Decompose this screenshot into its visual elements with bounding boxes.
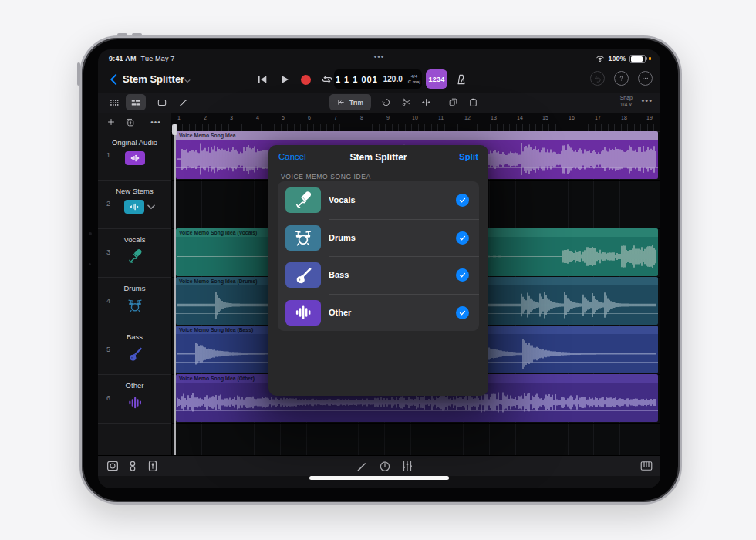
bass-guitar-icon [127,346,143,363]
stem-label: Other [329,308,351,317]
trim-icon [337,98,346,106]
toolbar-more-button[interactable]: ••• [641,96,653,105]
drum-kit-icon [293,228,313,248]
bottom-toolbar [98,455,660,476]
title-chevron-down-icon[interactable] [183,77,192,85]
snap-setting[interactable]: Snap 1/4 ˅ [620,94,633,108]
stem-row-bass[interactable]: Bass [278,256,479,294]
duplicate-icon [125,117,135,127]
bar-number: 2 [204,115,207,120]
playhead-line[interactable] [174,124,176,455]
count-in-button[interactable]: 1234 [426,69,447,89]
plugins-icon[interactable] [126,459,140,473]
track-name: New Stems [98,187,171,195]
window-options-button[interactable] [638,71,653,86]
multitasking-dots[interactable]: ••• [98,52,660,61]
track-name: Drums [98,284,171,292]
track-header-drums[interactable]: 4 Drums [98,277,171,326]
bar-number: 4 [256,115,259,120]
stem-row-vocals[interactable]: Vocals [278,181,479,219]
stems-chevron-down-icon[interactable] [146,201,157,212]
split-tool-button[interactable] [416,94,436,110]
bar-number: 14 [517,115,523,120]
bar-number: 6 [308,115,311,120]
paste-icon [468,97,478,107]
split-button[interactable]: Split [459,152,478,161]
back-chevron-icon[interactable] [107,72,121,87]
pencil-tool-icon[interactable] [355,459,369,473]
piano-keyboard-icon[interactable] [640,459,653,473]
title-bar: Stem Splitter 1 1 1 001 120.0 4/4C maj 1… [98,66,660,93]
region-label: Voice Memo Song Idea (Vocals) [179,230,257,235]
home-indicator[interactable] [309,476,449,480]
view-grid-button[interactable] [104,94,124,110]
view-tracks-button[interactable] [126,94,146,110]
bar-number: 9 [386,115,390,120]
go-to-beginning-button[interactable] [256,73,268,86]
vocals-checkbox[interactable] [456,194,469,207]
metronome-button[interactable] [451,69,471,89]
bar-number: 16 [569,115,575,120]
snap-value: 1/4 [620,102,628,107]
bar-number: 7 [334,115,337,120]
ellipsis-icon [641,74,650,83]
battery-icon [629,55,646,63]
stem-label: Vocals [329,195,356,204]
play-button[interactable] [278,73,291,86]
track-header-new-stems[interactable]: 2 New Stems [98,180,171,229]
track-header-other[interactable]: 6 Other [98,374,171,424]
stems-list: Vocals Drums Bass [278,181,479,331]
loop-browser-icon[interactable] [106,459,120,473]
track-header-vocals[interactable]: 3 Vocals [98,228,171,278]
paste-button[interactable] [463,94,483,110]
tuner-icon[interactable] [378,459,392,473]
duplicate-track-button[interactable] [123,116,137,128]
bar-number: 12 [464,115,471,120]
plus-icon [106,117,116,127]
track-header-bass[interactable]: 5 Bass [98,326,171,375]
fader-icon[interactable] [146,459,160,473]
stem-row-other[interactable]: Other [278,294,479,332]
undo-button[interactable] [590,71,605,86]
volume-up-button[interactable] [117,33,127,36]
loop-tool-button[interactable] [376,94,396,110]
track-header-original-audio[interactable]: 1 Original Audio [98,131,171,181]
project-title[interactable]: Stem Splitter [123,73,184,85]
undo-icon [594,75,602,83]
help-button[interactable] [614,71,629,86]
region-label: Voice Memo Song Idea [179,133,236,138]
record-button[interactable] [301,75,311,85]
track-name: Other [98,381,171,390]
mixer-icon[interactable] [400,459,414,473]
bar-ruler[interactable]: 1 2 3 4 5 6 7 8 9 10 11 12 13 14 15 16 1… [171,113,660,132]
stem-row-drums[interactable]: Drums [278,219,479,257]
other-checkbox[interactable] [456,306,469,319]
loop-icon [381,97,391,107]
add-track-button[interactable] [104,116,118,128]
scissors-tool-button[interactable] [396,94,416,110]
track-name: Original Audio [98,138,171,147]
marquee-tool-button[interactable] [152,94,172,110]
region-label: Voice Memo Song Idea (Bass) [179,327,253,332]
stem-label: Bass [329,270,349,279]
automation-button[interactable] [174,94,194,110]
camera-sensor [89,263,91,265]
power-button[interactable] [77,62,80,86]
trim-tool-button[interactable]: Trim [329,94,371,110]
bass-checkbox[interactable] [456,268,469,282]
lcd-display[interactable]: 1 1 1 001 120.0 4/4C maj [334,69,422,89]
track-header-column: ••• 1 Original Audio 2 New Stems 3 Vocal… [98,113,172,455]
track-options-button[interactable]: ••• [149,116,163,128]
marquee-icon [157,97,167,108]
drums-tile [285,225,321,251]
copy-button[interactable] [443,94,463,110]
drum-kit-icon [127,297,143,314]
drums-checkbox[interactable] [456,231,469,245]
split-icon [421,97,431,107]
waveform-region-icon [125,151,145,165]
vocals-tile [285,187,321,213]
scissors-icon [401,97,411,107]
cycle-button[interactable] [321,73,333,86]
volume-down-button[interactable] [132,33,142,36]
help-icon [617,74,626,83]
